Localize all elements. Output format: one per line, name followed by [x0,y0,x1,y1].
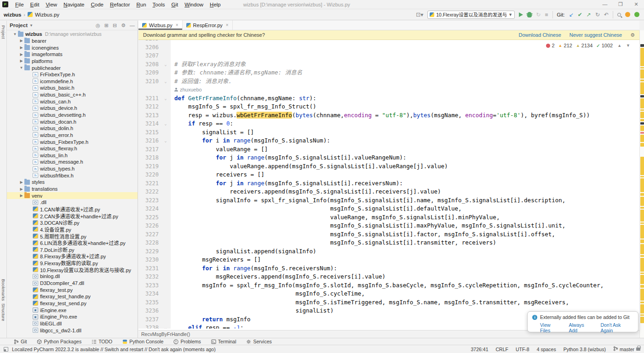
chevron-right-icon[interactable]: ▶ [19,194,24,198]
line-number[interactable]: 3218 [138,154,159,162]
code-line[interactable]: 3226 msgInfo_S.signalsList[i].maxPhyValu… [138,222,639,230]
tree-item[interactable]: 5.周期性消息设置.py [7,233,138,239]
run-button[interactable] [519,12,523,17]
run-configuration-select[interactable]: 10.Flexray设置以及消息的发送与接收 ▼ [427,11,515,19]
code-line[interactable]: 3208⌄# 获取Flexray的消息对象 [138,60,639,69]
line-number[interactable]: 3223 [138,196,159,205]
menu-item-help[interactable]: Help [207,0,224,9]
line-number[interactable]: 3238 [138,324,159,329]
tree-item[interactable]: ▼publicheader [7,64,138,71]
code-line[interactable]: 3234 msgInfo_S.cycleTime, [138,290,639,298]
menu-item-view[interactable]: View [42,0,60,9]
stop-button[interactable]: ■ [545,11,548,18]
git-push-button[interactable]: ↗ [586,11,591,18]
chevron-right-icon[interactable]: ▶ [19,52,24,57]
code-line[interactable]: 3215 signalList = [] [138,128,639,137]
chevron-right-icon[interactable]: ▶ [19,59,24,63]
build-icon[interactable]: ⊡▾ [416,11,423,18]
menu-item-navigate[interactable]: Navigate [60,0,87,9]
menu-item-file[interactable]: File [12,0,27,9]
rollback-button[interactable]: ↶ [604,11,609,18]
code-line[interactable]: 3213 resp = wizbus.wbGetFrFrameInfo(byte… [138,111,639,120]
tree-item[interactable]: D3Dcompiler_47.dll [7,280,138,287]
tree-item[interactable]: ▶bearer [7,38,138,45]
line-number[interactable]: 3220 [138,171,159,179]
tool-window-button-services[interactable]: Services [246,339,271,344]
breadcrumb-file[interactable]: Wizbus.py [35,12,59,17]
code-line[interactable]: 3214⌄ if resp == 0: [138,120,639,128]
line-number[interactable]: 3207 [138,51,159,60]
tree-item[interactable]: .dll [7,199,138,206]
line-number[interactable]: 3214 [138,120,159,128]
line-number[interactable]: 3236 [138,307,159,315]
code-editor[interactable]: 3205320632073208⌄# 获取Flexray的消息对象3209# 参… [138,40,639,329]
fold-marker-icon[interactable]: ⌄ [162,120,169,128]
menu-item-refactor[interactable]: Refactor [107,0,133,9]
line-number[interactable]: 3225 [138,213,159,222]
status-item-master[interactable]: master [613,346,634,352]
line-number[interactable]: 3217 [138,145,159,154]
tool-window-button-todo[interactable]: TODO [92,339,112,344]
menu-item-tools[interactable]: Tools [150,0,168,9]
code-line[interactable]: 3223 signalInfo = spxl_fr_signal_Info(ms… [138,196,639,205]
line-number[interactable]: 3227 [138,230,159,239]
tree-item[interactable]: hwizbusfrfibex.h [7,172,138,179]
code-line[interactable]: 3235 msgInfo_S.isTimeTriggered, msgInfo_… [138,298,639,307]
line-number[interactable]: 3226 [138,222,159,230]
always-add-link[interactable]: Always Add [569,322,593,333]
tree-item[interactable]: iEngine_Pro.exe [7,313,138,320]
tree-item[interactable]: ▶iconengines [7,44,138,51]
settings-gear-icon[interactable]: ⚙ [121,23,126,28]
maximize-button[interactable]: ❐ [613,0,628,9]
tab-resperror-py[interactable]: RespError.py× [183,20,233,30]
chevron-right-icon[interactable]: ▶ [19,46,24,50]
next-problem-icon[interactable]: ▼ [626,43,630,48]
dont-ask-again-link[interactable]: Don't Ask Again [601,322,633,333]
tree-item[interactable]: 6.LIN消息多通道收发+handle+过滤.py [7,239,138,246]
tool-strip-project[interactable]: Project [1,25,6,39]
download-chinese-link[interactable]: Download Chinese [518,32,561,38]
code-line[interactable]: 3221 for j in range(msgInfo_S.signalsLis… [138,179,639,188]
tree-item[interactable]: 9.Flexray数据库的读取.py [7,260,138,267]
tree-item[interactable]: hwizbus_dolin.h [7,125,138,132]
code-line[interactable]: 3224 msgInfo_S.signalsList[i].defaultVal… [138,205,639,213]
code-line[interactable]: 3212 msgInfo_S = spxl_fr_msg_Info_Struct… [138,102,639,111]
tree-item[interactable]: 8.Flexray多通道收发+过滤.py [7,253,138,260]
tree-item[interactable]: hwizbus_devsetting.h [7,112,138,119]
status-message[interactable]: Localized PyCharm 2022.3.2 is available … [12,347,216,352]
tree-item[interactable]: hwizbus_FixbexType.h [7,138,138,145]
code-line[interactable]: 3219 valueRange.append(msgInfo_S.signals… [138,162,639,171]
git-update-button[interactable]: ↙ [569,11,574,18]
status-item-3726-41[interactable]: 3726:41 [471,347,489,352]
code-line[interactable]: 3233 msgInfo = spxl_fr_msg_Info(msgInfo_… [138,281,639,290]
line-number[interactable]: 3219 [138,162,159,171]
menu-item-git[interactable]: Git [168,0,181,9]
line-number[interactable]: 3231 [138,264,159,273]
tab-wizbus-py[interactable]: Wizbus.py× [138,20,183,30]
tree-item[interactable]: flexray_test.py [7,286,138,293]
menu-item-run[interactable]: Run [133,0,150,9]
tree-item[interactable]: 2.CAN多通道收发+handle+过滤.py [7,212,138,219]
tree-item[interactable]: 1.CAN单通道收发+过滤.py [7,206,138,213]
tool-strip-bookmarks[interactable]: Bookmarks [1,279,6,301]
code-line[interactable]: 3229 signalList.append(signalInfo) [138,247,639,256]
never-suggest-chinese-link[interactable]: Never suggest Chinese [569,32,622,38]
tool-window-button-problems[interactable]: Problems [173,339,201,344]
code-line[interactable]: 3218 for j in range(msgInfo_S.signalsLis… [138,154,639,162]
code-line[interactable]: 3207 [138,51,639,60]
hide-panel-icon[interactable]: — [130,23,135,28]
status-item-4-spaces[interactable]: 4 spaces [537,347,556,352]
tree-item[interactable]: hwizbus_types.h [7,165,138,172]
tree-item[interactable]: hwizbus_error.h [7,132,138,139]
tree-item[interactable]: 7.DoLin诊断.py [7,246,138,253]
tree-item[interactable]: binlog.dll [7,273,138,280]
status-item-crlf[interactable]: CRLF [495,347,508,352]
history-button[interactable]: ↻ [595,11,600,18]
line-number[interactable]: 3234 [138,290,159,298]
fold-marker-icon[interactable]: ⌄ [162,77,169,86]
tool-window-button-git[interactable]: Git [14,339,27,344]
tool-window-button-python-console[interactable]: Python Console [122,339,163,344]
chevron-down-icon[interactable]: ▼ [12,32,17,36]
inspections-widget[interactable]: 2 ▲212 ▲2134 ✓1002 ▲ ▼ [544,42,632,49]
tree-item[interactable]: libgcc_s_dw2-1.dll [7,327,138,334]
